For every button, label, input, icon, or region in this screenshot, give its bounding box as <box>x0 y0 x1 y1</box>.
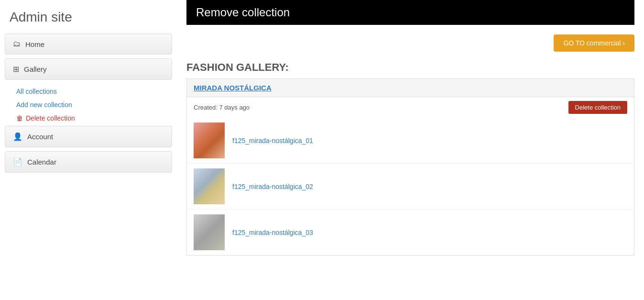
app-title: Admin site <box>5 10 172 25</box>
trash-icon: 🗑 <box>16 114 23 122</box>
photo-list: f125_mirada-nostálgica_01 f125_mirada-no… <box>186 118 634 256</box>
gallery-icon: ⊞ <box>13 65 19 74</box>
sidebar-calendar-label: Calendar <box>27 158 56 166</box>
page-title: Remove collection <box>186 0 634 25</box>
account-icon: 👤 <box>13 132 22 141</box>
go-to-commercial-button[interactable]: GO TO commercial › <box>554 34 634 52</box>
sidebar-item-gallery[interactable]: ⊞ Gallery <box>5 58 172 80</box>
calendar-icon: 📄 <box>13 157 22 167</box>
delete-collection-button[interactable]: Delete collection <box>568 101 627 114</box>
photo-thumbnail <box>194 122 225 158</box>
sidebar-home-label: Home <box>25 40 44 48</box>
sidebar-gallery-label: Gallery <box>24 65 47 73</box>
sidebar: Admin site 🗂 Home ⊞ Gallery All collecti… <box>0 0 177 300</box>
photo-name[interactable]: f125_mirada-nostálgica_01 <box>232 137 313 144</box>
collection-name[interactable]: MIRADA NOSTÁLGICA <box>194 84 272 92</box>
page-layout: Admin site 🗂 Home ⊞ Gallery All collecti… <box>0 0 644 300</box>
home-icon: 🗂 <box>13 40 21 48</box>
collection-created: Created: 7 days ago <box>194 104 250 111</box>
sidebar-item-calendar[interactable]: 📄 Calendar <box>5 151 172 173</box>
collection-header: MIRADA NOSTÁLGICA <box>186 78 634 97</box>
sidebar-item-home[interactable]: 🗂 Home <box>5 33 172 55</box>
main-content: Remove collection GO TO commercial › FAS… <box>177 0 644 300</box>
photo-thumbnail <box>194 168 225 204</box>
photo-thumbnail <box>194 214 225 250</box>
collection-meta: Created: 7 days ago Delete collection <box>186 97 634 118</box>
delete-collection-link[interactable]: 🗑 Delete collection <box>12 111 172 125</box>
photo-item: f125_mirada-nostálgica_03 <box>187 210 634 255</box>
add-new-collection-link[interactable]: Add new collection <box>12 98 172 111</box>
gallery-section: FASHION GALLERY: MIRADA NOSTÁLGICA Creat… <box>186 61 634 256</box>
action-bar: GO TO commercial › <box>186 34 634 61</box>
sidebar-item-account[interactable]: 👤 Account <box>5 126 172 147</box>
gallery-title: FASHION GALLERY: <box>186 61 634 74</box>
sidebar-account-label: Account <box>27 133 53 141</box>
all-collections-link[interactable]: All collections <box>12 85 172 98</box>
gallery-submenu: All collections Add new collection 🗑 Del… <box>5 84 172 126</box>
photo-name[interactable]: f125_mirada-nostálgica_03 <box>232 229 313 236</box>
photo-name[interactable]: f125_mirada-nostálgica_02 <box>232 183 313 190</box>
photo-item: f125_mirada-nostálgica_02 <box>187 164 634 210</box>
photo-item: f125_mirada-nostálgica_01 <box>187 118 634 164</box>
